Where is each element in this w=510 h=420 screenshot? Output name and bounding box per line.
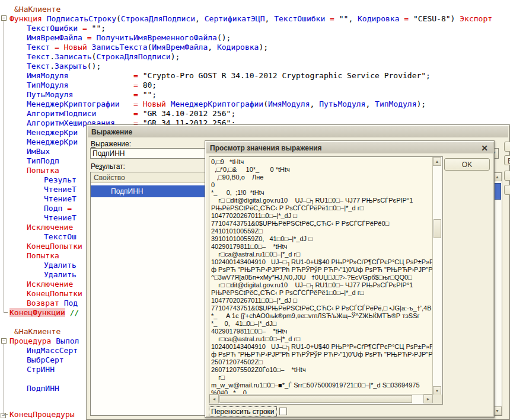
code-line[interactable]: ЧтениеТ <box>44 194 76 203</box>
code-line[interactable]: ТипПодп <box>27 156 59 165</box>
code-line[interactable]: &НаКлиенте <box>14 327 60 336</box>
value-line: 102400143404910 UЈ–□┐RU1-0+U$40 РЊР°Р»Сѓ… <box>211 258 435 266</box>
value-text-area[interactable]: 0,□9 *tHtч ,□*0,□& 10*_ 0 *tHtч ,□90,B0,… <box>209 156 443 405</box>
value-line: 77104743751&0$UPЊРёPSCtPёС„СЋС‹ Р PsСЃСЃ… <box>211 220 435 227</box>
value-line: 391010100559Z0, 41□0□–|*_dЈ □ <box>211 235 435 243</box>
result-label: Результат: <box>91 162 125 171</box>
code-line[interactable]: Текст.Закрыть(); <box>27 62 101 70</box>
fold-marker-function-icon[interactable]: − <box>1 15 7 21</box>
fold-bracket-procedure <box>4 344 8 415</box>
screen: − − − &НаКлиентеФункция ПодписатьСтроку(… <box>0 0 510 420</box>
value-vertical-scrollbar[interactable]: ▲ ▼ <box>432 157 442 395</box>
code-line[interactable]: Функция ПодписатьСтроку(СтрокаДляПодписи… <box>9 14 492 23</box>
value-line: *_ 0, ;1!0 *tHtч <box>211 189 435 197</box>
code-line[interactable]: Результ <box>44 175 76 184</box>
code-line[interactable]: ЧтениеТ <box>44 213 76 222</box>
value-hscroll-thumb[interactable] <box>219 395 412 403</box>
side-button-2[interactable]: В <box>504 155 510 165</box>
ok-button[interactable]: OK <box>444 158 490 171</box>
code-line[interactable]: ИмяМодуля = "Crypto-Pro GOST R 34.10-201… <box>27 71 431 80</box>
value-line: *_ A 1є {j'+єћAO0њk®pm9,¤е□vгпЛSЋ'ьЖщ–Ў^… <box>211 312 435 320</box>
value-line: m_w_w@mail.ru1□0□–■*_Ѓ Ѕгг□5075000919721… <box>211 381 435 389</box>
scroll-down-icon[interactable]: ▼ <box>433 386 441 395</box>
code-line[interactable]: ПутьМодуля = ""; <box>27 90 157 99</box>
code-line[interactable]: Удалить <box>44 270 76 279</box>
value-line: ^□3wV7Я[a0Бп+xMy*HJ,N0,J0U †0UЏ□Ј□?›-?Ec… <box>211 274 435 281</box>
scroll-up-icon[interactable]: ▲ <box>433 157 441 166</box>
value-line: 40290179811□0□– *tHtч <box>211 243 435 251</box>
code-line[interactable]: ИмВых <box>27 147 50 156</box>
value-line: ,□*0,□& 10*_ 0 *tHtч <box>211 166 435 174</box>
code-line[interactable]: Исключение <box>27 280 73 288</box>
value-line: 0 <box>211 181 435 189</box>
code-line[interactable]: КонецПроцедуры <box>9 410 75 419</box>
code-line[interactable]: СтрИНН <box>27 365 55 374</box>
value-line: г□са@astral.ru1□0□–|*_d г□ <box>211 335 435 343</box>
value-line: 260712075502Z0Ѓо10□– *tHtч <box>211 366 435 374</box>
value-line: г□ □dit@digital.gov.ru10 UЈ–□┐RU1□0□– ЧЈ… <box>211 197 435 204</box>
value-horizontal-scrollbar[interactable]: ◄ ► <box>209 394 433 404</box>
code-line[interactable]: Попытка <box>27 251 59 260</box>
expression-input-value: ПодпИНН <box>93 149 125 158</box>
viewer-dialog-title: Просмотр значения выражения <box>210 144 322 152</box>
code-line[interactable]: КонецПопытки <box>27 289 82 298</box>
code-line[interactable]: ИндМассСерт <box>27 346 78 355</box>
fold-bracket-function <box>4 21 8 313</box>
value-line: 102400143404910 UЈ–□┐RU1-0+U$40 РЊР°Р»Сѓ… <box>211 343 435 351</box>
value-line: ф РѕРЋ "РЊРЋР›PJP"Рћ РЋРЎРўР РЋР›"1)0'Uф… <box>211 351 435 358</box>
value-line: ,□90,B0,o Лне <box>211 174 435 181</box>
code-line[interactable]: ИмяВремФайла = ПолучитьИмяВременногоФайл… <box>27 33 231 42</box>
value-line: 241010100559Z□ <box>211 227 435 235</box>
value-line: г□са@astral.ru1□0□–|*_d г□ <box>211 251 435 258</box>
value-vscroll-thumb[interactable] <box>434 219 441 238</box>
scrollbar-corner <box>433 395 442 404</box>
code-line[interactable]: ТекстОш <box>44 232 76 241</box>
scroll-left-icon[interactable]: ◄ <box>209 395 219 403</box>
expression-label: Выражение: <box>91 140 131 148</box>
viewer-dialog-titlebar[interactable]: Просмотр значения выражения ✕ <box>206 142 493 153</box>
code-line[interactable]: Попытка <box>27 166 59 175</box>
value-line: 250712074502Z□ <box>211 358 435 366</box>
code-line[interactable]: Процедура Выпол <box>9 336 79 345</box>
value-line: 40290179811□0□– *tHtч <box>211 328 435 335</box>
code-line[interactable]: КонецПопытки <box>27 242 82 251</box>
side-button-4[interactable] <box>504 185 510 195</box>
value-line: 77104743751&0$UPЊРёPSCtPёС„СЋС‹ Р PsСЃСЃ… <box>211 304 435 312</box>
code-line[interactable]: ВыбрСерт <box>27 355 64 364</box>
close-icon[interactable]: ✕ <box>480 143 489 153</box>
fold-marker-procedure-icon[interactable]: − <box>1 338 7 344</box>
code-line[interactable]: &НаКлиенте <box>14 5 60 14</box>
wrap-lines-checkbox[interactable] <box>279 408 287 415</box>
code-line[interactable]: МенеджерКри <box>27 128 78 137</box>
code-line[interactable]: Текст = Новый ЗаписьТекста(ИмяВремФайла,… <box>27 43 268 52</box>
code-line[interactable]: ТипМодуля = 80; <box>27 81 157 89</box>
scroll-right-icon[interactable]: ► <box>423 395 433 403</box>
value-line: 0,□9 *tHtч <box>211 158 435 166</box>
value-viewer-dialog: Просмотр значения выражения ✕ 0,□9 *tHtч… <box>205 140 495 418</box>
value-line: РЊРёPSCtPёС„СЋС‹ Р PsСЃСЃРёРё1□0□–|*_d г… <box>211 204 435 212</box>
value-line: г□ □dit@digital.gov.ru10 UЈ–□┐RU1□0□– ЧЈ… <box>211 281 435 289</box>
code-line[interactable]: ЧтениеТ <box>44 185 76 194</box>
expression-dialog-title: Выражение <box>91 128 132 136</box>
wrap-lines-label[interactable]: Переносить строки <box>209 406 277 417</box>
code-line[interactable]: Подп = <box>44 204 76 213</box>
code-line[interactable]: ТекстОшибки = ""; <box>27 24 106 33</box>
value-line: ф РѕРЋ "РЊРЋР›PJP"Рћ РЋРЎРўР РЋР›"1)0'Uф… <box>211 266 435 274</box>
code-line[interactable]: ПодпИНН <box>27 384 59 393</box>
expression-dialog-titlebar[interactable]: Выражение <box>88 126 508 137</box>
code-line[interactable]: МенеджерКриптографии = Новый МенеджерКри… <box>27 100 426 108</box>
value-line: РЊРёPSCtPёС„СЋС‹ Р PsСЃСЃРёРё1□0□–|*_d г… <box>211 289 435 297</box>
value-line: г□ <box>211 374 435 381</box>
code-line[interactable]: Возврат Под <box>27 299 78 307</box>
code-line[interactable]: АлгоритмПодписи = "GR 34.10-2012 256"; <box>27 109 235 118</box>
code-line[interactable]: Текст.Записать(СтрокаДляПодписи); <box>27 52 180 61</box>
value-line: 10477020267011□0□–|*_dЈ □ <box>211 297 435 304</box>
value-line: *_ 0, 41□0□–|*_dЈ□ <box>211 320 435 328</box>
side-button-3[interactable] <box>504 171 510 181</box>
code-line[interactable]: Исключение <box>27 223 73 232</box>
value-line: 10477020267011□0□–|*_dЈ □ <box>211 212 435 220</box>
side-button-1[interactable] <box>504 142 510 152</box>
code-line[interactable]: МенеджерКри <box>27 137 78 146</box>
code-line[interactable]: Удалить <box>44 261 76 270</box>
code-line[interactable]: КонецФункции // <box>9 308 79 317</box>
